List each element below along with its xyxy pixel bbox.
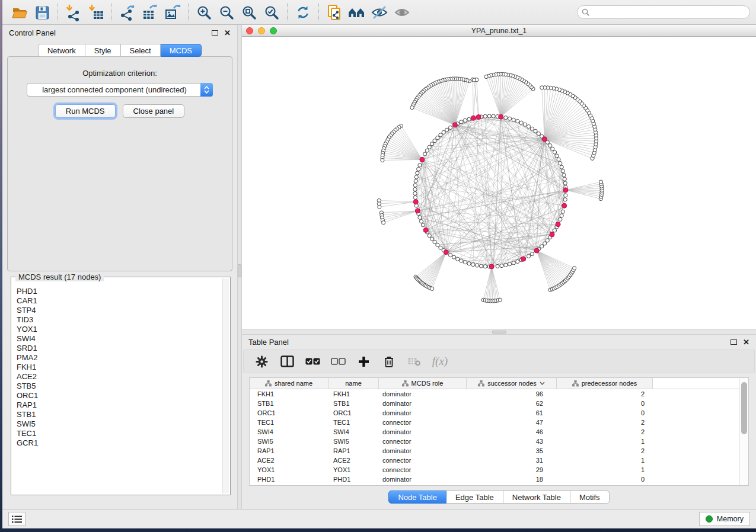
network-node[interactable] bbox=[467, 262, 471, 265]
network-hub-node[interactable] bbox=[423, 227, 428, 232]
zoom-out-button[interactable] bbox=[215, 2, 238, 23]
network-node[interactable] bbox=[483, 114, 487, 118]
splitter-grip[interactable] bbox=[492, 331, 506, 334]
network-leaf-node[interactable] bbox=[382, 221, 385, 225]
network-node[interactable] bbox=[452, 255, 455, 259]
network-node[interactable] bbox=[463, 118, 467, 122]
network-node[interactable] bbox=[436, 136, 439, 139]
close-panel-icon[interactable]: ✕ bbox=[743, 338, 749, 346]
network-node[interactable] bbox=[421, 223, 425, 227]
tab-mcds[interactable]: MCDS bbox=[161, 44, 202, 57]
mcds-result-item[interactable]: ACE2 bbox=[17, 372, 222, 382]
network-node[interactable] bbox=[551, 147, 554, 150]
mcds-result-item[interactable]: STB1 bbox=[17, 410, 222, 419]
network-node[interactable] bbox=[563, 181, 567, 185]
network-node[interactable] bbox=[516, 119, 519, 123]
hide-selected-button[interactable] bbox=[368, 2, 391, 23]
new-network-from-selection-button[interactable] bbox=[323, 2, 346, 23]
network-node[interactable] bbox=[487, 114, 491, 118]
window-maximize-icon[interactable] bbox=[270, 27, 277, 34]
tab-style[interactable]: Style bbox=[85, 44, 121, 57]
deselect-all-button[interactable] bbox=[330, 354, 346, 369]
network-node[interactable] bbox=[430, 237, 433, 241]
network-node[interactable] bbox=[527, 254, 530, 258]
network-leaf-node[interactable] bbox=[484, 75, 488, 78]
float-panel-icon[interactable] bbox=[212, 30, 218, 36]
network-node[interactable] bbox=[471, 262, 475, 266]
mcds-result-item[interactable]: STB5 bbox=[17, 382, 222, 391]
network-node[interactable] bbox=[417, 167, 420, 171]
network-node[interactable] bbox=[483, 265, 487, 268]
network-node[interactable] bbox=[413, 196, 417, 199]
network-node[interactable] bbox=[496, 264, 499, 268]
mcds-result-item[interactable]: PHD1 bbox=[17, 287, 222, 296]
mcds-result-item[interactable]: SRD1 bbox=[17, 344, 222, 353]
network-node[interactable] bbox=[439, 246, 442, 249]
network-graph[interactable] bbox=[242, 37, 756, 329]
network-node[interactable] bbox=[428, 234, 431, 238]
export-image-button[interactable] bbox=[161, 2, 184, 23]
network-node[interactable] bbox=[463, 261, 467, 264]
network-node[interactable] bbox=[512, 118, 515, 121]
table-row[interactable]: PHD1PHD1dominator180 bbox=[250, 475, 748, 484]
network-hub-node[interactable] bbox=[420, 157, 425, 162]
network-node[interactable] bbox=[543, 242, 547, 245]
network-node[interactable] bbox=[500, 264, 503, 267]
table-row[interactable]: TEC1TEC1connector472 bbox=[250, 418, 748, 427]
window-minimize-icon[interactable] bbox=[258, 27, 265, 34]
network-node[interactable] bbox=[562, 173, 566, 177]
network-node[interactable] bbox=[512, 261, 515, 265]
network-node[interactable] bbox=[414, 175, 418, 179]
network-canvas[interactable] bbox=[242, 37, 756, 329]
network-node[interactable] bbox=[530, 127, 534, 130]
network-hub-node[interactable] bbox=[521, 257, 526, 261]
network-node[interactable] bbox=[467, 117, 471, 121]
network-node[interactable] bbox=[430, 142, 433, 146]
network-hub-node[interactable] bbox=[556, 222, 560, 227]
network-node[interactable] bbox=[418, 164, 422, 167]
network-node[interactable] bbox=[559, 217, 562, 221]
network-node[interactable] bbox=[413, 184, 417, 187]
table-row[interactable]: RAP1RAP1dominator352 bbox=[250, 446, 748, 456]
network-node[interactable] bbox=[418, 216, 422, 219]
mcds-result-scrollbar[interactable] bbox=[222, 278, 229, 493]
network-leaf-node[interactable] bbox=[381, 158, 384, 162]
network-hub-node[interactable] bbox=[415, 209, 420, 213]
mcds-result-item[interactable]: TID3 bbox=[17, 315, 222, 325]
float-panel-icon[interactable] bbox=[731, 339, 737, 345]
network-node[interactable] bbox=[442, 130, 445, 134]
tab-network[interactable]: Network bbox=[38, 44, 85, 57]
column-header-mcds-role[interactable]: MCDS role bbox=[379, 378, 467, 389]
network-hub-node[interactable] bbox=[550, 232, 554, 237]
run-mcds-button[interactable]: Run MCDS bbox=[55, 104, 116, 118]
mcds-result-item[interactable]: CAR1 bbox=[17, 296, 222, 306]
table-vertical-scrollbar[interactable] bbox=[739, 378, 748, 485]
network-node[interactable] bbox=[508, 262, 511, 266]
first-neighbors-button[interactable] bbox=[346, 2, 368, 23]
network-hub-node[interactable] bbox=[562, 203, 567, 208]
save-session-button[interactable] bbox=[31, 2, 53, 23]
network-node[interactable] bbox=[425, 149, 429, 152]
network-node[interactable] bbox=[413, 191, 417, 195]
select-all-button[interactable] bbox=[305, 354, 320, 369]
mcds-result-item[interactable]: ORC1 bbox=[17, 391, 222, 400]
zoom-fit-button[interactable] bbox=[238, 2, 260, 23]
network-leaf-node[interactable] bbox=[599, 180, 602, 184]
network-node[interactable] bbox=[557, 158, 560, 161]
delete-table-button[interactable] bbox=[407, 354, 422, 369]
tab-node-table[interactable]: Node Table bbox=[388, 491, 446, 504]
network-leaf-node[interactable] bbox=[472, 78, 476, 82]
function-builder-button[interactable]: f(x) bbox=[432, 354, 448, 369]
network-hub-node[interactable] bbox=[444, 250, 448, 255]
scrollbar-thumb[interactable] bbox=[741, 382, 747, 434]
network-node[interactable] bbox=[413, 187, 417, 191]
table-row[interactable]: SWI4SWI4dominator462 bbox=[250, 427, 748, 437]
network-node[interactable] bbox=[436, 243, 439, 246]
network-node[interactable] bbox=[527, 124, 530, 128]
mcds-result-item[interactable]: TEC1 bbox=[17, 429, 222, 438]
close-panel-icon[interactable]: ✕ bbox=[224, 29, 231, 37]
horizontal-splitter[interactable] bbox=[242, 329, 756, 335]
network-node[interactable] bbox=[439, 133, 442, 137]
network-node[interactable] bbox=[456, 257, 460, 261]
network-node[interactable] bbox=[563, 198, 567, 201]
